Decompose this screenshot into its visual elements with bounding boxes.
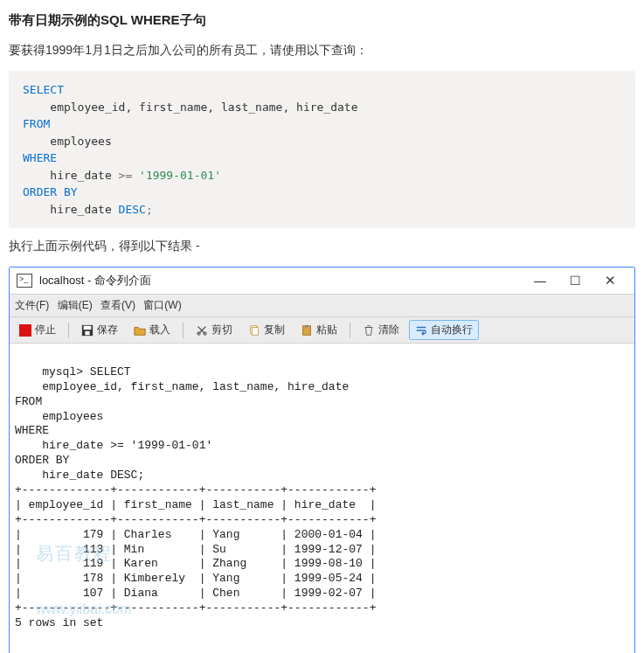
result-intro: 执行上面示例代码，得到以下结果 - [9, 239, 635, 254]
sql-semi: ; [146, 203, 153, 216]
page-description: 要获得1999年1月1日之后加入公司的所有员工，请使用以下查询： [9, 43, 635, 59]
wrap-button[interactable]: 自动换行 [409, 320, 479, 340]
clipboard-icon [301, 324, 313, 337]
sql-order-col: hire_date [23, 203, 119, 216]
save-icon [81, 324, 93, 337]
save-button[interactable]: 保存 [75, 320, 124, 340]
menu-window[interactable]: 窗口(W) [143, 299, 181, 311]
svg-rect-8 [305, 324, 308, 327]
copy-button[interactable]: 复制 [242, 320, 291, 340]
sql-code-block: SELECT employee_id, first_name, last_nam… [9, 71, 635, 228]
stop-icon [19, 324, 31, 337]
sql-columns: employee_id, first_name, last_name, hire… [23, 101, 358, 114]
sql-cond-col: hire_date [23, 169, 119, 182]
menu-view[interactable]: 查看(V) [100, 299, 135, 311]
cut-button[interactable]: 剪切 [190, 320, 239, 340]
scissors-icon [196, 324, 208, 337]
svg-rect-6 [252, 327, 258, 335]
trash-icon [363, 324, 375, 337]
separator [183, 323, 184, 338]
menu-file[interactable]: 文件(F) [15, 299, 49, 311]
kw-select: SELECT [23, 83, 64, 96]
kw-orderby: ORDER BY [23, 185, 78, 198]
terminal-text: mysql> SELECT employee_id, first_name, l… [15, 365, 376, 629]
menubar: 文件(F) 编辑(E) 查看(V) 窗口(W) [10, 295, 634, 317]
paste-label: 粘贴 [316, 323, 337, 337]
stop-label: 停止 [35, 323, 56, 337]
clear-button[interactable]: 清除 [357, 320, 405, 340]
clear-label: 清除 [378, 323, 399, 337]
window-titlebar: localhost - 命令列介面 — ☐ ✕ [10, 267, 634, 295]
cut-label: 剪切 [211, 323, 232, 337]
load-button[interactable]: 载入 [128, 320, 177, 340]
folder-icon [134, 324, 146, 337]
terminal-window: localhost - 命令列介面 — ☐ ✕ 文件(F) 编辑(E) 查看(V… [9, 267, 635, 653]
copy-label: 复制 [264, 323, 285, 337]
svg-rect-1 [84, 325, 92, 329]
separator [68, 323, 69, 338]
close-button[interactable]: ✕ [592, 268, 627, 293]
wrap-icon [415, 324, 427, 337]
stop-button[interactable]: 停止 [13, 320, 62, 340]
op-gte: >= [119, 169, 133, 182]
load-label: 载入 [149, 323, 170, 337]
kw-where: WHERE [23, 151, 57, 164]
paste-button[interactable]: 粘贴 [294, 320, 343, 340]
kw-from: FROM [23, 117, 50, 130]
minimize-button[interactable]: — [523, 268, 557, 293]
page-heading: 带有日期示例的SQL WHERE子句 [9, 12, 635, 29]
sql-table: employees [23, 135, 112, 148]
toolbar: 停止 保存 载入 剪切 复制 粘贴 清除 自动换 [10, 317, 634, 344]
terminal-icon [17, 274, 32, 288]
svg-rect-2 [85, 330, 89, 334]
sql-date-literal: '1999-01-01' [132, 169, 221, 182]
kw-desc: DESC [119, 203, 146, 216]
wrap-label: 自动换行 [431, 323, 473, 337]
save-label: 保存 [97, 323, 118, 337]
maximize-button[interactable]: ☐ [557, 268, 592, 293]
separator [350, 323, 350, 338]
copy-icon [248, 324, 260, 337]
menu-edit[interactable]: 编辑(E) [58, 299, 93, 311]
window-title: localhost - 命令列介面 [39, 273, 523, 288]
terminal-output: mysql> SELECT employee_id, first_name, l… [10, 344, 634, 653]
